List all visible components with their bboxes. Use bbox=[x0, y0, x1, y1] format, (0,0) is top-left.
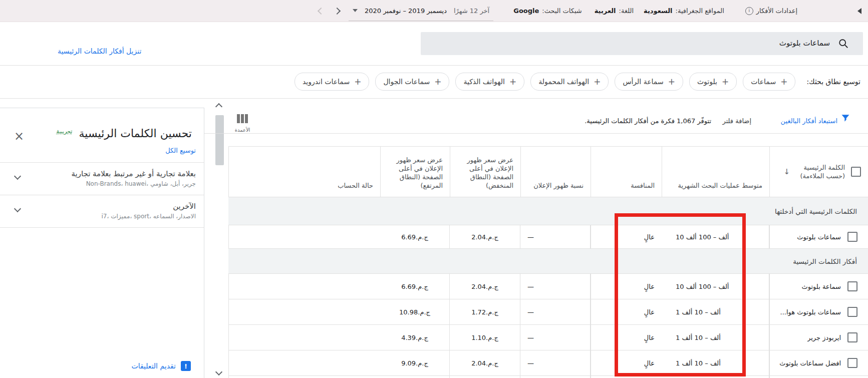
refine-groups: بعلامة تجارية أو غير مرتبط بعلامة تجارية… bbox=[0, 163, 204, 228]
column-header-4[interactable]: عرض سعر ظهور الإعلان في أعلى الصفحة (الن… bbox=[450, 147, 520, 197]
top-page-bid-low-cell bbox=[450, 376, 520, 378]
ad-impression-share-cell: — bbox=[520, 299, 591, 324]
section-band: الكلمات الرئيسية التي أدخلتها bbox=[228, 197, 868, 225]
cell-value: ج.م.4.39 bbox=[401, 334, 428, 341]
cell-value: ج.م.10.98 bbox=[399, 308, 430, 316]
expand-all-link[interactable]: توسيع الكل bbox=[0, 140, 204, 162]
column-header-3[interactable]: نسبة ظهور الإعلان bbox=[520, 147, 591, 197]
search-icon bbox=[838, 38, 849, 51]
networks-setting[interactable]: شبكات البحث: Google bbox=[513, 7, 582, 15]
table-row: سماعة بلوتوث10 ألف – 100 ألفعالٍ—ج.م.2.0… bbox=[228, 274, 868, 299]
feedback-row[interactable]: ! تقديم التعليقات bbox=[0, 361, 204, 371]
chip-label: الهواتف الذكية bbox=[463, 78, 504, 86]
keyword-cell[interactable]: سماعة بلوتوث bbox=[769, 274, 868, 299]
previous-period-icon[interactable] bbox=[318, 7, 325, 14]
column-header-1[interactable]: متوسط عمليات البحث الشهرية bbox=[662, 147, 769, 197]
top-page-bid-low-cell: ج.م.2.04 bbox=[450, 274, 520, 299]
row-checkbox[interactable] bbox=[847, 358, 857, 368]
chip-label: سماعات اندرويد bbox=[303, 78, 350, 86]
cell-value: ج.م.2.04 bbox=[471, 359, 498, 367]
language-setting[interactable]: اللغة: العربية bbox=[595, 7, 634, 15]
competition-cell: عالٍ bbox=[591, 299, 662, 324]
broaden-chip[interactable]: +سماعة الرأس bbox=[615, 73, 683, 91]
next-period-icon[interactable] bbox=[334, 7, 341, 14]
keyword-cell[interactable] bbox=[769, 376, 868, 378]
table-row: سماعات بلوتوث هوا...1 ألف – 10 ألفعالٍ—ج… bbox=[228, 299, 868, 325]
idea-settings-button[interactable]: إعدادات الأفكار i bbox=[745, 7, 797, 15]
scroll-down-icon[interactable] bbox=[215, 368, 222, 375]
locations-setting[interactable]: المواقع الجغرافية: السعودية bbox=[644, 7, 724, 15]
column-header-2[interactable]: المنافسة bbox=[591, 147, 662, 197]
avg-monthly-searches-cell: 10 ألف – 100 ألف bbox=[662, 225, 769, 248]
date-range-picker[interactable]: آخر 12 شهرًا ديسمبر 2019 – نوفمبر 2020 bbox=[349, 1, 493, 21]
broaden-chip[interactable]: +الهواتف المحمولة bbox=[530, 73, 609, 91]
cell-value: 10 ألف – 100 ألف bbox=[676, 283, 729, 290]
refine-group-item[interactable]: الآخرينi7، مميزات، sport، الاصدار، السما… bbox=[0, 195, 204, 227]
collapse-panel-icon[interactable] bbox=[857, 8, 861, 14]
broaden-chip[interactable]: +الهواتف الذكية bbox=[455, 73, 524, 91]
exclude-adult-ideas-link[interactable]: استبعاد أفكار البالغين bbox=[781, 117, 837, 125]
refine-group-title: الآخرين bbox=[28, 202, 196, 211]
columns-button[interactable]: الأعمدة bbox=[231, 114, 253, 133]
top-page-bid-high-cell: ج.م.9.09 bbox=[380, 350, 450, 375]
table-row bbox=[228, 376, 868, 378]
broaden-chip[interactable]: +سماعات bbox=[743, 73, 795, 91]
chevron-down-icon[interactable] bbox=[14, 173, 21, 180]
competition-cell: عالٍ bbox=[591, 225, 662, 248]
add-icon: + bbox=[509, 78, 516, 86]
keyword-cell[interactable]: سماعات بلوتوث bbox=[769, 225, 868, 248]
cell-value: ج.م.2.04 bbox=[471, 283, 498, 290]
broaden-chip[interactable]: +سماعات اندرويد bbox=[295, 73, 370, 91]
select-all-checkbox[interactable] bbox=[851, 167, 861, 177]
keyword-search-field[interactable]: سماعات بلوتوث bbox=[421, 32, 863, 55]
column-header-0[interactable]: الكلمة الرئيسية (حسب الملاءمة)↓ bbox=[769, 147, 868, 197]
column-header-label: نسبة ظهور الإعلان bbox=[533, 181, 584, 190]
scrollbar-thumb[interactable] bbox=[215, 115, 224, 165]
columns-label: الأعمدة bbox=[231, 127, 253, 133]
row-checkbox[interactable] bbox=[847, 232, 857, 242]
section-band-label: الكلمات الرئيسية التي أدخلتها bbox=[775, 207, 857, 215]
broaden-chip[interactable]: +سماعات الجوال bbox=[375, 73, 449, 91]
cell-value: ج.م.1.10 bbox=[471, 334, 498, 341]
column-header-6[interactable]: حالة الحساب bbox=[228, 147, 380, 197]
cell-value: ج.م.1.72 bbox=[471, 308, 498, 316]
chevron-down-icon bbox=[353, 9, 358, 12]
column-header-label: المنافسة bbox=[631, 181, 655, 190]
row-checkbox[interactable] bbox=[847, 281, 857, 291]
row-checkbox[interactable] bbox=[847, 307, 857, 317]
refine-group-title: بعلامة تجارية أو غير مرتبط بعلامة تجارية bbox=[28, 169, 196, 178]
scroll-up-icon[interactable] bbox=[215, 103, 222, 110]
chip-label: بلوتوث bbox=[697, 78, 717, 86]
cell-value: 1 ألف – 10 ألف bbox=[676, 334, 721, 341]
add-filter-button[interactable]: إضافة فلتر bbox=[722, 117, 751, 125]
column-header-label: عرض سعر ظهور الإعلان في أعلى الصفحة (الن… bbox=[455, 156, 513, 190]
download-keyword-ideas-link[interactable]: تنزيل أفكار الكلمات الرئيسية bbox=[58, 47, 173, 55]
ad-impression-share-cell bbox=[520, 376, 591, 378]
row-checkbox[interactable] bbox=[847, 332, 857, 342]
ad-impression-share-cell: — bbox=[520, 350, 591, 375]
table-row: سماعات بلوتوث10 ألف – 100 ألفعالٍ—ج.م.2.… bbox=[228, 225, 868, 249]
keyword-cell[interactable]: سماعات بلوتوث هوا... bbox=[769, 299, 868, 324]
date-preset-label: آخر 12 شهرًا bbox=[454, 7, 489, 15]
competition-cell bbox=[591, 376, 662, 378]
filter-icon[interactable] bbox=[840, 113, 850, 125]
cell-value: ج.م.6.69 bbox=[401, 233, 428, 241]
column-header-5[interactable]: عرض سعر ظهور الإعلان في أعلى الصفحة (الن… bbox=[380, 147, 450, 197]
networks-value: Google bbox=[513, 7, 539, 15]
chevron-down-icon[interactable] bbox=[14, 205, 21, 212]
refine-panel-header: تحسين الكلمات الرئيسية تجريبية bbox=[0, 108, 204, 140]
locations-value: السعودية bbox=[644, 7, 673, 15]
cell-value: — bbox=[527, 359, 534, 367]
table-header-row: الكلمة الرئيسية (حسب الملاءمة)↓متوسط عمل… bbox=[228, 147, 868, 197]
close-icon[interactable]: × bbox=[14, 130, 24, 142]
keyword-cell[interactable]: ايربودز جرير bbox=[769, 325, 868, 350]
avg-monthly-searches-cell bbox=[662, 376, 769, 378]
refine-group-item[interactable]: بعلامة تجارية أو غير مرتبط بعلامة تجارية… bbox=[0, 163, 204, 195]
top-page-bid-low-cell: ج.م.1.72 bbox=[450, 299, 520, 324]
sort-descending-icon[interactable]: ↓ bbox=[783, 168, 790, 176]
feedback-link[interactable]: تقديم التعليقات bbox=[131, 362, 176, 370]
top-page-bid-high-cell: ج.م.6.69 bbox=[380, 274, 450, 299]
table-body: الكلمات الرئيسية التي أدخلتهاسماعات بلوت… bbox=[228, 197, 868, 378]
broaden-chip[interactable]: +بلوتوث bbox=[689, 73, 737, 91]
keyword-cell[interactable]: افضل سماعات بلوتوث bbox=[769, 350, 868, 375]
